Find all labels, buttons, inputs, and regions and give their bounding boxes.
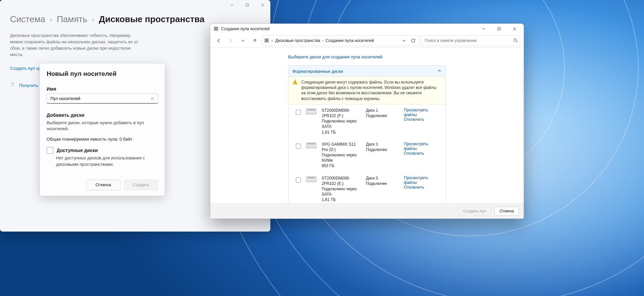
disk-name: ST2000DM008-2FR102 (F:) <box>322 108 361 118</box>
svg-rect-16 <box>265 41 269 42</box>
disk-checkbox[interactable] <box>296 144 301 149</box>
warning-banner: Следующие диски могут содержать файлы. Е… <box>288 77 445 104</box>
help-icon <box>10 82 15 88</box>
svg-rect-15 <box>265 40 269 41</box>
hard-drive-icon <box>306 142 317 148</box>
disk-row: XPG GAMMIX S11 Pro (D:)Подключено через … <box>288 138 445 172</box>
svg-rect-14 <box>265 39 269 40</box>
disk-checkbox[interactable] <box>296 178 301 183</box>
hard-drive-icon <box>306 108 317 114</box>
disk-slot-info: Диск 1Подключен <box>366 108 389 118</box>
content-heading: Выберите диски для создания пула носител… <box>288 54 446 59</box>
disk-name: XPG GAMMIX S11 Pro (D:) <box>322 142 361 152</box>
refresh-button[interactable] <box>409 37 417 45</box>
settings-titlebar <box>0 0 270 11</box>
minimize-button[interactable] <box>476 24 491 34</box>
drive-stack-icon <box>214 26 218 32</box>
clear-input-button[interactable] <box>149 94 156 104</box>
nav-back-button[interactable] <box>214 36 224 46</box>
disconnect-link[interactable]: Отключить <box>404 151 441 156</box>
group-header[interactable]: Форматированные диски <box>288 66 445 77</box>
chevron-left-double-icon: « <box>271 38 273 43</box>
disk-size: 953 ГБ <box>322 163 361 168</box>
address-segment-current[interactable]: Создание пула носителей <box>325 38 374 43</box>
chevron-up-icon <box>437 69 441 74</box>
disk-row: ST2000DM008-2FR102 (E:)Подключено через … <box>288 172 445 203</box>
disconnect-link[interactable]: Отключить <box>404 185 441 190</box>
svg-rect-19 <box>295 81 295 83</box>
close-button[interactable] <box>507 24 522 34</box>
disk-status: Подключен <box>366 113 389 118</box>
maximize-button[interactable] <box>239 0 255 10</box>
disk-slot: Диск 1 <box>366 108 389 113</box>
pool-total-capacity: Общая планируемая емкость пула: 0 байт <box>47 137 158 142</box>
disk-connection: Подключено через SATA <box>322 186 361 197</box>
no-disks-message: Нет доступных дисков для использования с… <box>56 155 158 167</box>
formatted-disks-group: Форматированные диски Следующие диски мо… <box>288 65 446 203</box>
cp-footer: Создать пул Отмена <box>210 203 524 218</box>
disk-slot: Диск 0 <box>366 176 389 181</box>
address-bar[interactable]: « Дисковые пространства › Создание пула … <box>262 35 420 46</box>
page-description: Дисковые пространства обеспечивают гибко… <box>10 33 141 58</box>
new-pool-dialog: Новый пул носителей Имя Добавить диски В… <box>40 63 165 196</box>
breadcrumb: Система › Память › Дисковые пространства <box>10 14 260 24</box>
cancel-button[interactable]: Отмена <box>494 207 519 215</box>
svg-rect-9 <box>214 30 218 31</box>
svg-rect-4 <box>11 87 14 87</box>
disk-name: ST2000DM008-2FR102 (E:) <box>322 176 361 186</box>
disk-row: ST2000DM008-2FR102 (F:)Подключено через … <box>288 104 445 138</box>
view-files-link[interactable]: Просмотреть файлы <box>404 142 441 151</box>
view-files-link[interactable]: Просмотреть файлы <box>404 176 441 185</box>
available-disks-checkbox[interactable] <box>47 147 53 154</box>
disk-info: ST2000DM008-2FR102 (F:)Подключено через … <box>322 108 361 135</box>
pool-name-input[interactable] <box>47 94 158 104</box>
create-pool-button: Создать пул <box>458 207 491 215</box>
disk-info: ST2000DM008-2FR102 (E:)Подключено через … <box>322 176 361 203</box>
svg-rect-11 <box>498 28 500 30</box>
disk-size: 1,81 ТБ <box>322 197 361 202</box>
disk-status: Подключен <box>366 147 389 152</box>
nav-forward-button <box>226 36 236 46</box>
dialog-title: Новый пул носителей <box>47 70 158 78</box>
cp-titlebar: Создание пула носителей <box>210 24 524 34</box>
svg-rect-7 <box>214 27 218 28</box>
chevron-right-icon: › <box>50 15 52 23</box>
cp-toolbar: « Дисковые пространства › Создание пула … <box>210 34 524 48</box>
disk-connection: Подключено через NVMe <box>322 152 361 163</box>
disk-connection: Подключено через SATA <box>322 118 361 129</box>
nav-recent-button[interactable] <box>238 36 248 46</box>
search-box[interactable] <box>422 35 520 46</box>
disk-slot-info: Диск 0Подключен <box>366 176 389 186</box>
disk-slot: Диск 3 <box>366 142 389 147</box>
chevron-right-icon: › <box>92 15 94 23</box>
page-title: Дисковые пространства <box>99 14 205 24</box>
address-segment-root[interactable]: Дисковые пространства <box>275 38 320 43</box>
add-disks-title: Добавить диски <box>47 112 158 118</box>
chevron-right-icon: › <box>322 38 323 43</box>
cp-window-title: Создание пула носителей <box>221 27 270 31</box>
view-files-link[interactable]: Просмотреть файлы <box>404 108 441 117</box>
breadcrumb-system[interactable]: Система <box>10 14 45 24</box>
address-dropdown-button[interactable] <box>400 37 408 45</box>
close-button[interactable] <box>255 0 270 10</box>
disk-slot-info: Диск 3Подключен <box>366 142 389 152</box>
disk-checkbox[interactable] <box>296 110 301 115</box>
disk-info: XPG GAMMIX S11 Pro (D:)Подключено через … <box>322 142 361 169</box>
svg-point-17 <box>514 39 517 41</box>
search-input[interactable] <box>424 38 513 43</box>
maximize-button[interactable] <box>491 24 507 34</box>
cp-content: Выберите диски для создания пула носител… <box>210 48 524 203</box>
warning-text: Следующие диски могут содержать файлы. Е… <box>301 80 441 101</box>
minimize-button[interactable] <box>224 0 239 10</box>
svg-rect-8 <box>214 28 218 29</box>
search-icon <box>513 38 518 44</box>
control-panel-window: Создание пула носителей « Дисковые прост… <box>210 23 524 219</box>
disconnect-link[interactable]: Отключить <box>404 117 441 122</box>
disk-status: Подключен <box>366 181 389 186</box>
breadcrumb-memory[interactable]: Память <box>57 14 87 24</box>
nav-up-button[interactable] <box>250 36 260 46</box>
disk-size: 1,81 ТБ <box>322 130 361 135</box>
name-label: Имя <box>47 86 158 92</box>
cancel-button[interactable]: Отмена <box>86 180 120 190</box>
create-button: Создать <box>124 180 158 190</box>
